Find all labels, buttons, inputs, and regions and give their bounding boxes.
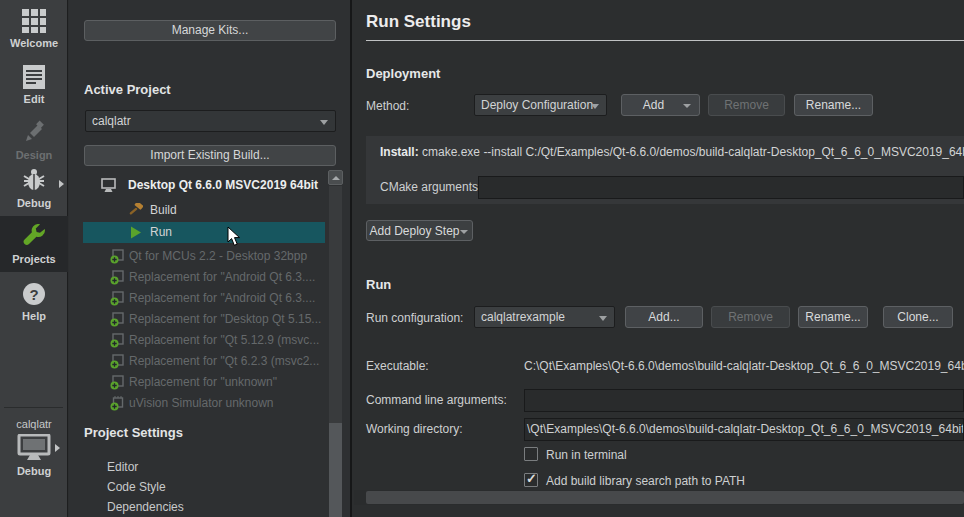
executable-label: Executable: bbox=[366, 359, 429, 373]
method-label: Method: bbox=[366, 99, 409, 113]
executable-path: C:\Qt\Examples\Qt-6.6.0\demos\build-calq… bbox=[524, 359, 964, 373]
projects-panel: Manage Kits... Active Project calqlatr I… bbox=[69, 0, 352, 517]
active-project-combobox-value: calqlatr bbox=[92, 114, 131, 128]
desktop-kit-monitor-icon bbox=[101, 178, 116, 193]
working-directory-label: Working directory: bbox=[366, 422, 462, 436]
mode-projects[interactable]: Projects bbox=[0, 216, 68, 272]
projects-wrench-icon bbox=[21, 224, 47, 250]
kit-row-desktop-qt660[interactable]: Desktop Qt 6.6.0 MSVC2019 64bit bbox=[69, 175, 325, 196]
chevron-down-icon bbox=[683, 104, 691, 108]
device-plus-icon bbox=[110, 291, 125, 306]
run-configuration-combobox[interactable]: calqlatrexample bbox=[474, 306, 615, 328]
install-command-text: cmake.exe --install C:/Qt/Examples/Qt-6.… bbox=[422, 145, 964, 159]
inactive-kit-row[interactable]: uVision Simulator unknown bbox=[69, 393, 325, 414]
deployment-heading: Deployment bbox=[366, 66, 440, 81]
cmake-arguments-input[interactable] bbox=[478, 176, 964, 199]
deploy-method-value: Deploy Configuration bbox=[481, 98, 593, 112]
run-add-button[interactable]: Add... bbox=[625, 306, 703, 328]
chevron-down-icon bbox=[591, 104, 599, 109]
welcome-grid-icon bbox=[21, 8, 47, 34]
scroll-up-arrow-icon[interactable] bbox=[328, 170, 343, 185]
inactive-kit-label: uVision Simulator unknown bbox=[129, 396, 274, 410]
tree-scrollbar[interactable] bbox=[328, 170, 343, 517]
inactive-kit-label: Replacement for "Android Qt 6.3.... bbox=[129, 291, 315, 305]
device-plus-icon bbox=[110, 354, 125, 369]
working-directory-input[interactable]: \Qt\Examples\Qt-6.6.0\demos\build-calqla… bbox=[524, 418, 964, 441]
help-icon: ? bbox=[21, 281, 47, 307]
mode-edit[interactable]: Edit bbox=[0, 64, 68, 105]
run-play-icon bbox=[128, 225, 143, 240]
horizontal-scrollbar[interactable] bbox=[354, 490, 964, 505]
inactive-kit-row[interactable]: Replacement for "Android Qt 6.3.... bbox=[69, 267, 325, 288]
inactive-kit-row[interactable]: Qt for MCUs 2.2 - Desktop 32bpp bbox=[69, 246, 325, 267]
install-label: Install: bbox=[380, 145, 419, 159]
sidebar-separator bbox=[4, 407, 63, 408]
settings-item-dependencies[interactable]: Dependencies bbox=[107, 500, 184, 514]
horizontal-scrollbar-thumb[interactable] bbox=[366, 491, 964, 504]
import-existing-build-button[interactable]: Import Existing Build... bbox=[84, 145, 336, 166]
device-plus-icon bbox=[110, 333, 125, 348]
project-settings-heading: Project Settings bbox=[84, 425, 183, 440]
mode-design: Design bbox=[0, 120, 68, 161]
design-pencil-icon bbox=[21, 120, 47, 146]
device-plus-icon bbox=[110, 312, 125, 327]
mode-debug-label: Debug bbox=[0, 197, 68, 209]
command-line-arguments-input[interactable] bbox=[524, 389, 964, 412]
mode-sidebar: Welcome Edit Design bbox=[0, 0, 68, 517]
run-in-terminal-checkbox[interactable] bbox=[524, 447, 538, 461]
add-library-path-checkbox[interactable] bbox=[524, 473, 538, 487]
target-device-monitor-icon bbox=[17, 434, 51, 462]
scrollbar-thumb[interactable] bbox=[329, 423, 342, 517]
inactive-kit-label: Replacement for "unknown" bbox=[129, 375, 277, 389]
mouse-cursor bbox=[227, 226, 241, 247]
build-hammer-icon bbox=[128, 203, 143, 218]
edit-document-icon bbox=[21, 64, 47, 90]
deploy-add-label: Add bbox=[643, 98, 664, 112]
kit-build-row[interactable]: Build bbox=[69, 200, 325, 221]
settings-item-code-style[interactable]: Code Style bbox=[107, 480, 166, 494]
run-settings-pane: Run Settings Deployment Method: Deploy C… bbox=[354, 0, 964, 517]
deploy-remove-button: Remove bbox=[708, 94, 785, 116]
add-deploy-step-button[interactable]: Add Deploy Step bbox=[366, 220, 473, 241]
run-in-terminal-label: Run in terminal bbox=[546, 448, 627, 462]
settings-item-editor[interactable]: Editor bbox=[107, 460, 138, 474]
inactive-kit-row[interactable]: Replacement for "Android Qt 6.3.... bbox=[69, 288, 325, 309]
inactive-kit-row[interactable]: Replacement for "Qt 5.12.9 (msvc... bbox=[69, 330, 325, 351]
install-command-line: Install: cmake.exe --install C:/Qt/Examp… bbox=[380, 145, 964, 159]
mode-welcome[interactable]: Welcome bbox=[0, 8, 68, 49]
chevron-down-icon bbox=[599, 316, 607, 321]
run-rename-button[interactable]: Rename... bbox=[798, 306, 868, 328]
inactive-kit-row[interactable]: Replacement for "Qt 6.2.3 (msvc2... bbox=[69, 351, 325, 372]
run-configuration-label: Run configuration: bbox=[366, 311, 463, 325]
inactive-kit-row[interactable]: Replacement for "unknown" bbox=[69, 372, 325, 393]
title-underline bbox=[366, 40, 964, 41]
inactive-kit-label: Replacement for "Android Qt 6.3.... bbox=[129, 270, 315, 284]
chevron-down-icon bbox=[320, 120, 328, 125]
command-line-arguments-label: Command line arguments: bbox=[366, 393, 507, 407]
chevron-down-icon bbox=[460, 230, 468, 234]
inactive-kit-row[interactable]: Replacement for "Desktop Qt 5.15... bbox=[69, 309, 325, 330]
debug-expand-arrow-icon[interactable] bbox=[59, 180, 64, 188]
kit-run-row-selected[interactable]: Run bbox=[83, 222, 325, 243]
active-project-combobox[interactable]: calqlatr bbox=[85, 110, 336, 132]
deploy-rename-button[interactable]: Rename... bbox=[794, 94, 873, 116]
target-kit-name: Debug bbox=[0, 465, 68, 477]
deploy-add-button[interactable]: Add bbox=[621, 94, 700, 116]
inactive-kit-label: Replacement for "Desktop Qt 5.15... bbox=[129, 312, 321, 326]
working-directory-value: \Qt\Examples\Qt-6.6.0\demos\build-calqla… bbox=[527, 422, 964, 436]
run-clone-button[interactable]: Clone... bbox=[883, 306, 953, 328]
device-plus-icon bbox=[110, 270, 125, 285]
target-expand-arrow-icon[interactable] bbox=[55, 444, 60, 452]
qt-creator-window: Welcome Edit Design bbox=[0, 0, 964, 517]
kit-title-label: Desktop Qt 6.6.0 MSVC2019 64bit bbox=[128, 178, 318, 192]
mode-design-label: Design bbox=[0, 149, 68, 161]
manage-kits-button[interactable]: Manage Kits... bbox=[84, 20, 336, 41]
mode-help[interactable]: ? Help bbox=[0, 281, 68, 322]
mode-debug[interactable]: Debug bbox=[0, 168, 68, 209]
kit-target-selector[interactable]: calqlatr Debug bbox=[0, 418, 68, 477]
mode-help-label: Help bbox=[0, 310, 68, 322]
deploy-method-combobox[interactable]: Deploy Configuration bbox=[474, 94, 607, 116]
device-plus-icon bbox=[110, 375, 125, 390]
active-project-heading: Active Project bbox=[84, 82, 171, 97]
debug-bug-icon bbox=[21, 168, 47, 194]
